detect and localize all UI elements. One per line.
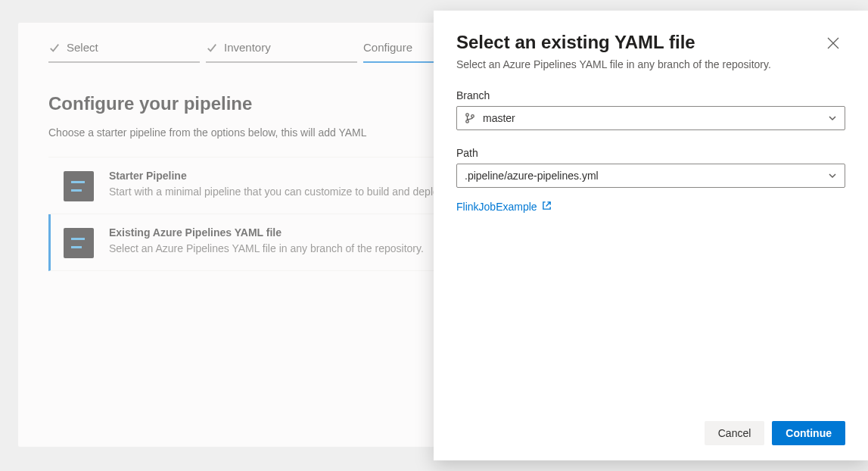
repo-link-text: FlinkJobExample xyxy=(456,201,537,213)
svg-point-4 xyxy=(471,114,474,117)
panel-title: Select an existing YAML file xyxy=(456,32,821,53)
path-select[interactable]: .pipeline/azure-pipelines.yml xyxy=(456,164,845,188)
open-external-icon xyxy=(542,201,552,213)
chevron-down-icon xyxy=(828,114,837,123)
path-label: Path xyxy=(456,147,845,159)
path-value: .pipeline/azure-pipelines.yml xyxy=(465,170,828,182)
yaml-file-panel: Select an existing YAML file Select an A… xyxy=(434,11,868,460)
panel-subtitle: Select an Azure Pipelines YAML file in a… xyxy=(456,58,821,73)
continue-button[interactable]: Continue xyxy=(772,421,845,445)
svg-point-3 xyxy=(466,120,469,123)
git-branch-icon xyxy=(465,112,475,124)
repo-link[interactable]: FlinkJobExample xyxy=(456,201,552,213)
branch-select[interactable]: master xyxy=(456,106,845,130)
panel-actions: Cancel Continue xyxy=(456,409,845,445)
branch-value: master xyxy=(483,112,828,124)
chevron-down-icon xyxy=(828,171,837,180)
cancel-button[interactable]: Cancel xyxy=(705,421,765,445)
close-icon xyxy=(826,36,840,52)
svg-line-5 xyxy=(546,201,550,206)
close-button[interactable] xyxy=(821,32,845,56)
svg-point-2 xyxy=(466,113,469,116)
branch-label: Branch xyxy=(456,89,845,101)
